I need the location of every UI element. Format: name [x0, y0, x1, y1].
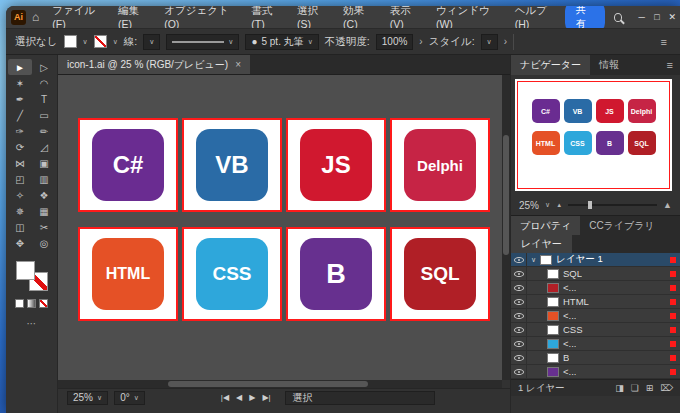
- free-transform-tool[interactable]: ▣: [32, 155, 56, 171]
- fill-caret-icon[interactable]: ∨: [83, 38, 88, 46]
- fill-color-well[interactable]: [16, 261, 35, 280]
- navigator-zoom-caret-icon[interactable]: ∨: [545, 201, 550, 209]
- icon-card-js[interactable]: JS: [286, 118, 386, 212]
- expand-chevron-icon[interactable]: ∨: [531, 256, 536, 264]
- control-panel-menu-icon[interactable]: ≡: [661, 36, 671, 48]
- navigator-zoom-value[interactable]: 25%: [519, 200, 539, 211]
- pencil-tool[interactable]: ✏: [32, 123, 56, 139]
- horizontal-scrollbar[interactable]: [58, 380, 502, 388]
- color-button[interactable]: [15, 299, 24, 308]
- menu-view[interactable]: 表示(V): [383, 6, 429, 30]
- menu-edit[interactable]: 編集(E): [111, 6, 157, 30]
- zoom-out-icon[interactable]: ▲: [556, 202, 562, 208]
- visibility-toggle[interactable]: [511, 253, 527, 266]
- delete-layer-icon[interactable]: ⌦: [660, 383, 673, 393]
- tab-cc-libraries[interactable]: CCライブラリ: [580, 216, 664, 235]
- rectangle-tool[interactable]: ▭: [32, 107, 56, 123]
- stroke-caret-icon[interactable]: ∨: [113, 38, 118, 46]
- close-button[interactable]: ✕: [665, 12, 680, 22]
- navigator-panel-menu-icon[interactable]: ≡: [660, 55, 680, 75]
- document-tab[interactable]: icon-1.ai @ 25 % (RGB/プレビュー) ×: [58, 55, 250, 74]
- opacity-select[interactable]: 100%: [376, 34, 414, 50]
- layer-row[interactable]: <...: [511, 365, 680, 379]
- icon-tile-delphi[interactable]: Delphi: [404, 129, 476, 201]
- rotate-tool[interactable]: ⟳: [8, 139, 32, 155]
- blend-tool[interactable]: ❖: [32, 187, 56, 203]
- width-tool[interactable]: ⋈: [8, 155, 32, 171]
- tab-layers[interactable]: レイヤー: [511, 235, 572, 253]
- selection-tool[interactable]: ►: [8, 59, 32, 75]
- vertical-scrollbar[interactable]: [502, 75, 510, 380]
- icon-card-delphi[interactable]: Delphi: [390, 118, 490, 212]
- tab-navigator[interactable]: ナビゲーター: [511, 55, 590, 75]
- home-icon[interactable]: ⌂: [32, 10, 39, 24]
- brush-select[interactable]: ● 5 pt. 丸筆 ∨: [245, 34, 318, 50]
- zoom-slider-thumb[interactable]: [588, 201, 592, 209]
- icon-tile-css[interactable]: CSS: [196, 238, 268, 310]
- visibility-toggle[interactable]: [511, 295, 527, 308]
- symbol-sprayer-tool[interactable]: ✵: [8, 203, 32, 219]
- selection-chip[interactable]: [670, 257, 676, 263]
- width-profile-select[interactable]: ∨: [166, 34, 239, 50]
- maximize-button[interactable]: □: [649, 12, 664, 22]
- icon-tile-sql[interactable]: SQL: [404, 238, 476, 310]
- icon-tile-vb[interactable]: VB: [196, 129, 268, 201]
- fill-swatch[interactable]: [64, 35, 77, 48]
- layer-name[interactable]: HTML: [563, 296, 589, 307]
- line-tool[interactable]: ╱: [8, 107, 32, 123]
- gradient-tool[interactable]: ▥: [32, 171, 56, 187]
- layer-name[interactable]: レイヤー 1: [556, 253, 603, 266]
- menu-window[interactable]: ウィンドウ(W): [429, 6, 508, 30]
- visibility-toggle[interactable]: [511, 337, 527, 350]
- layer-row[interactable]: HTML: [511, 295, 680, 309]
- shape-builder-tool[interactable]: ◰: [8, 171, 32, 187]
- none-button[interactable]: [39, 299, 48, 308]
- layer-row-root[interactable]: ∨ レイヤー 1: [511, 253, 680, 267]
- magic-wand-tool[interactable]: ✶: [8, 75, 32, 91]
- next-artboard-button[interactable]: ▶: [249, 393, 255, 402]
- eyedropper-tool[interactable]: ✧: [8, 187, 32, 203]
- visibility-toggle[interactable]: [511, 281, 527, 294]
- icon-card-csharp[interactable]: C#: [78, 118, 178, 212]
- navigator-preview[interactable]: C# VB JS Delphi HTML CSS B SQL: [515, 79, 672, 191]
- menu-type[interactable]: 書式(T): [244, 6, 290, 30]
- visibility-toggle[interactable]: [511, 267, 527, 280]
- layer-row[interactable]: <...: [511, 309, 680, 323]
- new-sublayer-icon[interactable]: ❏: [631, 383, 639, 393]
- layer-name[interactable]: CSS: [563, 324, 583, 335]
- zoom-select[interactable]: 25% ∨: [67, 391, 108, 405]
- icon-card-b[interactable]: B: [286, 227, 386, 321]
- visibility-toggle[interactable]: [511, 309, 527, 322]
- layer-name[interactable]: <...: [563, 366, 576, 377]
- type-tool[interactable]: T: [32, 91, 56, 107]
- opacity-flyout-icon[interactable]: ›: [419, 36, 422, 47]
- layer-row[interactable]: B: [511, 351, 680, 365]
- scale-tool[interactable]: ◿: [32, 139, 56, 155]
- visibility-toggle[interactable]: [511, 323, 527, 336]
- edit-toolbar-icon[interactable]: ⋯: [6, 318, 57, 329]
- menu-select[interactable]: 選択(S): [290, 6, 336, 30]
- first-artboard-button[interactable]: |◀: [221, 393, 229, 402]
- icon-card-css[interactable]: CSS: [182, 227, 282, 321]
- icon-card-html[interactable]: HTML: [78, 227, 178, 321]
- new-layer-icon[interactable]: ⊞: [646, 383, 654, 393]
- direct-selection-tool[interactable]: ▷: [32, 59, 56, 75]
- artboard-tool[interactable]: ◫: [8, 219, 32, 235]
- menu-object[interactable]: オブジェクト(O): [157, 6, 244, 30]
- selection-chip[interactable]: [670, 341, 676, 347]
- menu-effect[interactable]: 効果(C): [336, 6, 383, 30]
- layer-name[interactable]: SQL: [563, 268, 582, 279]
- icon-card-vb[interactable]: VB: [182, 118, 282, 212]
- selection-chip[interactable]: [670, 313, 676, 319]
- selection-chip[interactable]: [670, 271, 676, 277]
- search-icon[interactable]: [614, 13, 622, 22]
- selection-chip[interactable]: [670, 327, 676, 333]
- layer-name[interactable]: <...: [563, 338, 576, 349]
- layer-row[interactable]: SQL: [511, 267, 680, 281]
- gradient-button[interactable]: [27, 299, 36, 308]
- tab-info[interactable]: 情報: [590, 55, 628, 75]
- layer-row[interactable]: CSS: [511, 323, 680, 337]
- rotation-select[interactable]: 0° ∨: [114, 391, 145, 405]
- layer-name[interactable]: <...: [563, 310, 576, 321]
- selection-chip[interactable]: [670, 355, 676, 361]
